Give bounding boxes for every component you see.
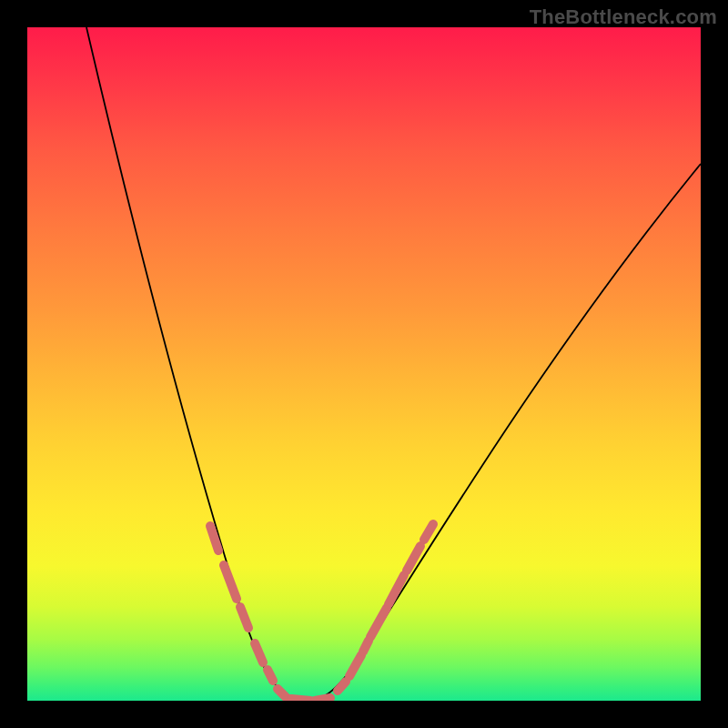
- chart-svg: [27, 27, 701, 701]
- bead-seg: [240, 607, 248, 628]
- bead-seg: [255, 643, 263, 662]
- bead-seg: [338, 682, 346, 691]
- bead-seg: [278, 689, 286, 697]
- watermark-text: TheBottleneck.com: [530, 5, 717, 29]
- bead-seg: [363, 641, 369, 652]
- bead-overlay: [210, 524, 433, 701]
- bead-seg: [268, 670, 273, 681]
- plot-area: [27, 27, 701, 701]
- bead-seg: [349, 655, 361, 676]
- bead-seg: [407, 546, 420, 571]
- bead-seg: [291, 699, 310, 701]
- bead-seg: [370, 608, 387, 637]
- bead-seg: [315, 698, 330, 701]
- bead-seg: [224, 565, 237, 599]
- bead-seg: [424, 524, 433, 540]
- outer-frame: TheBottleneck.com: [0, 0, 728, 728]
